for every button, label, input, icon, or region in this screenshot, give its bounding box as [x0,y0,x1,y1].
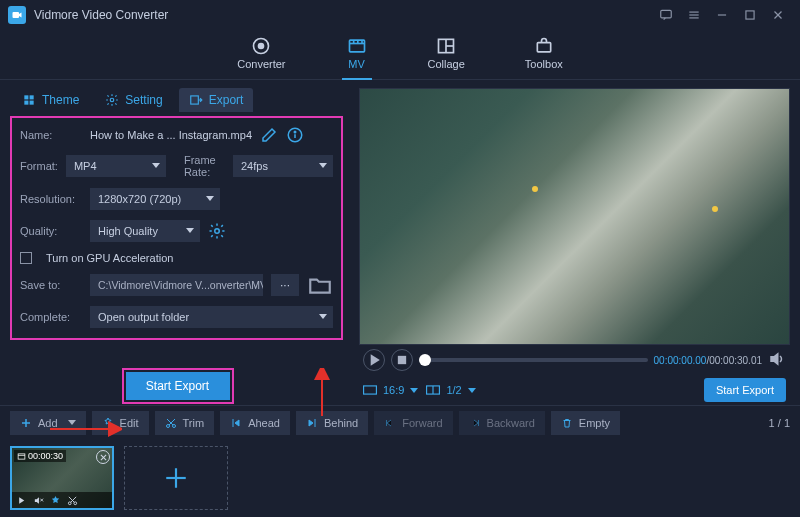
svg-rect-25 [190,96,198,104]
app-title: Vidmore Video Converter [34,8,168,22]
preview-marker [532,186,538,192]
svg-rect-22 [24,101,28,105]
empty-button[interactable]: Empty [551,411,620,435]
start-export-button[interactable]: Start Export [126,372,230,400]
tab-toolbox[interactable]: Toolbox [525,36,563,74]
play-button[interactable] [363,349,385,371]
trim-button[interactable]: Trim [155,411,215,435]
content-area: Theme Setting Export Name: How to Make a… [0,80,800,405]
start-export-button-preview[interactable]: Start Export [704,378,786,402]
edit-clip-icon[interactable] [50,495,61,506]
resolution-select[interactable]: 1280x720 (720p) [90,188,220,210]
svg-rect-1 [661,10,672,18]
page-display-select[interactable]: 1/2 [426,384,475,396]
edit-button[interactable]: Edit [92,411,149,435]
time-display: 00:00:00.00/00:00:30.01 [654,355,762,366]
subtab-setting[interactable]: Setting [95,88,172,112]
svg-rect-32 [398,356,406,364]
svg-rect-44 [18,453,25,458]
progress-bar[interactable] [419,358,648,362]
complete-select[interactable]: Open output folder [90,306,333,328]
saveto-path[interactable]: C:\Vidmore\Vidmore V...onverter\MV Expor… [90,274,263,296]
edit-name-icon[interactable] [260,126,278,144]
video-preview[interactable] [359,88,790,345]
subtab-export[interactable]: Export [179,88,254,112]
saveto-label: Save to: [20,279,82,291]
thumbnail-strip: 00:00:30 [0,439,800,517]
clip-duration: 00:00:30 [14,450,66,462]
maximize-button[interactable] [736,4,764,26]
svg-point-28 [294,131,296,133]
volume-icon[interactable] [768,350,786,371]
complete-label: Complete: [20,311,82,323]
remove-clip-icon[interactable] [96,450,110,464]
preview-options: 16:9 1/2 Start Export [359,375,790,405]
trim-clip-icon[interactable] [67,495,78,506]
svg-point-10 [259,43,264,48]
behind-button[interactable]: Behind [296,411,368,435]
main-nav: Converter MV Collage Toolbox [0,30,800,80]
preview-marker [712,206,718,212]
svg-point-24 [111,98,115,102]
name-value: How to Make a ... Instagram.mp4 [90,129,252,141]
tab-mv[interactable]: MV [346,36,368,74]
add-button[interactable]: Add [10,411,86,435]
forward-button[interactable]: Forward [374,411,452,435]
mute-clip-icon[interactable] [33,495,44,506]
aspect-ratio-select[interactable]: 16:9 [363,384,418,396]
titlebar: Vidmore Video Converter [0,0,800,30]
menu-icon[interactable] [680,4,708,26]
close-button[interactable] [764,4,792,26]
left-panel: Theme Setting Export Name: How to Make a… [0,80,355,405]
quality-select[interactable]: High Quality [90,220,200,242]
subtab-theme[interactable]: Theme [12,88,89,112]
svg-rect-23 [30,101,34,105]
svg-rect-0 [13,12,20,18]
tab-converter[interactable]: Converter [237,36,285,74]
export-settings-panel: Name: How to Make a ... Instagram.mp4 Fo… [10,116,343,340]
subtabs: Theme Setting Export [0,80,355,110]
quality-settings-icon[interactable] [208,222,226,240]
info-icon[interactable] [286,126,304,144]
format-select[interactable]: MP4 [66,155,166,177]
page-indicator: 1 / 1 [769,417,790,429]
clip-thumbnail[interactable]: 00:00:30 [10,446,114,510]
ahead-button[interactable]: Ahead [220,411,290,435]
feedback-icon[interactable] [652,4,680,26]
gpu-checkbox[interactable] [20,252,32,264]
minimize-button[interactable] [708,4,736,26]
app-window: Vidmore Video Converter Converter MV Col… [0,0,800,517]
gpu-label: Turn on GPU Acceleration [46,252,173,264]
preview-panel: 00:00:00.00/00:00:30.01 16:9 1/2 Start E… [355,80,800,405]
svg-rect-20 [24,95,28,99]
clip-actions [12,492,112,508]
open-folder-icon[interactable] [307,274,333,296]
svg-rect-33 [364,386,377,394]
clip-toolbar: Add Edit Trim Ahead Behind Forward Backw… [0,405,800,439]
play-clip-icon[interactable] [16,495,27,506]
tab-collage[interactable]: Collage [428,36,465,74]
svg-rect-6 [746,11,754,19]
backward-button[interactable]: Backward [459,411,545,435]
add-clip-button[interactable] [124,446,228,510]
name-label: Name: [20,129,82,141]
svg-point-29 [215,229,220,234]
framerate-select[interactable]: 24fps [233,155,333,177]
browse-button[interactable]: ··· [271,274,299,296]
svg-rect-21 [30,95,34,99]
resolution-label: Resolution: [20,193,82,205]
quality-label: Quality: [20,225,82,237]
stop-button[interactable] [391,349,413,371]
svg-rect-19 [537,42,550,51]
framerate-label: Frame Rate: [184,154,225,178]
start-export-highlight: Start Export [122,368,234,404]
format-label: Format: [20,160,58,172]
playback-controls: 00:00:00.00/00:00:30.01 [359,345,790,375]
app-logo-icon [8,6,26,24]
